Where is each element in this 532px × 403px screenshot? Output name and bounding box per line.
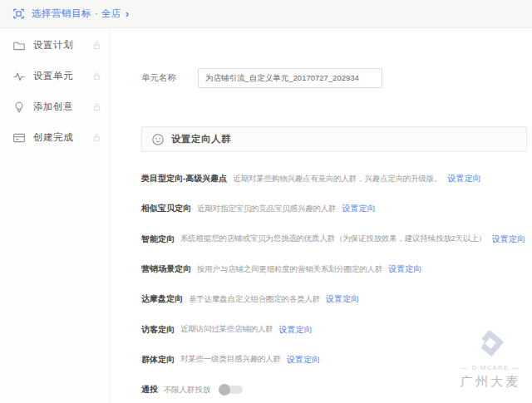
- set-targeting-link[interactable]: 设置定向: [279, 324, 313, 336]
- targeting-name: 营销场景定向: [141, 263, 191, 275]
- set-targeting-link[interactable]: 设置定向: [388, 263, 421, 275]
- topbar: 选择营销目标 · 全店 ›: [0, 0, 532, 28]
- unit-name-input[interactable]: [198, 68, 382, 88]
- marketing-goal-icon: [12, 7, 25, 20]
- set-targeting-link[interactable]: 设置定向: [342, 203, 375, 214]
- set-targeting-link[interactable]: 设置定向: [326, 293, 359, 305]
- set-targeting-link[interactable]: 设置定向: [287, 354, 320, 366]
- targeting-name: 访客定向: [141, 324, 175, 336]
- lock-icon: [92, 71, 101, 81]
- targeting-desc: 基于达摩盘自定义组合圈定的各类人群: [189, 294, 320, 305]
- sidebar-item-label: 设置计划: [33, 39, 92, 52]
- targeting-desc: 近期访问过某些店铺的人群: [180, 324, 273, 335]
- audience-toggle-off[interactable]: [219, 386, 243, 394]
- page: 选择营销目标 · 全店 › 设置计划 设置单元: [0, 0, 532, 403]
- set-targeting-link[interactable]: 设置定向: [492, 233, 525, 245]
- sidebar: 设置计划 设置单元 添加创意: [0, 29, 111, 403]
- targeting-name: 通投: [141, 384, 158, 396]
- audience-icon: [151, 133, 165, 146]
- selected-marketing-goal[interactable]: 选择营销目标 · 全店: [32, 7, 121, 20]
- targeting-name: 智能定向: [141, 233, 175, 245]
- targeting-row: 达摩盘定向 基于达摩盘自定义组合圈定的各类人群 设置定向: [141, 284, 530, 314]
- targeting-row: 智能定向 系统根据您的店铺或宝贝为您挑选的优质人群（为保证投放效果，建议持续投放…: [141, 224, 530, 254]
- unit-name-row: 单元名称: [141, 68, 382, 88]
- targeting-row: 类目型定向-高级兴趣点 近期对某些购物兴趣点有意向的人群，兴趣点定向的升级版。 …: [141, 164, 530, 194]
- targeting-desc: 近期对某些购物兴趣点有意向的人群，兴趣点定向的升级版。: [233, 174, 441, 184]
- unit-name-label: 单元名称: [141, 72, 176, 84]
- targeting-desc: 按用户与店铺之间更细粒度的营销关系划分圈定的人群: [197, 264, 382, 275]
- watermark-brand: 广州大麦: [461, 374, 520, 390]
- sidebar-item-label: 创建完成: [33, 131, 92, 144]
- sidebar-item[interactable]: 创建完成: [0, 122, 110, 153]
- sidebar-item[interactable]: 设置计划: [0, 30, 110, 61]
- sidebar-item-label: 设置单元: [33, 70, 92, 82]
- pulse-icon: [12, 70, 26, 83]
- sidebar-item-label: 添加创意: [33, 101, 92, 113]
- lock-icon: [92, 102, 101, 111]
- lock-icon: [92, 133, 101, 142]
- targeting-desc: 对某些一级类目感兴趣的人群: [180, 354, 281, 365]
- chevron-right-icon[interactable]: ›: [126, 8, 129, 19]
- targeting-section-header: 设置定向人群: [141, 126, 527, 152]
- targeting-name: 群体定向: [141, 354, 175, 366]
- targeting-desc: 系统根据您的店铺或宝贝为您挑选的优质人群（为保证投放效果，建议持续投放2天以上）: [180, 233, 486, 244]
- targeting-row: 相似宝贝定向 近期对指定宝贝的竞品宝贝感兴趣的人群 设置定向: [141, 194, 530, 224]
- watermark-line: — D MCARE —: [461, 364, 520, 371]
- targeting-name: 达摩盘定向: [141, 293, 183, 305]
- folder-icon: [12, 39, 26, 52]
- toggle-knob: [219, 384, 230, 396]
- section-title: 设置定向人群: [171, 133, 231, 145]
- targeting-row: 营销场景定向 按用户与店铺之间更细粒度的营销关系划分圈定的人群 设置定向: [141, 254, 530, 284]
- targeting-desc: 近期对指定宝贝的竞品宝贝感兴趣的人群: [197, 204, 336, 214]
- set-targeting-link[interactable]: 设置定向: [447, 173, 480, 184]
- targeting-desc: 不限人群投放: [164, 385, 210, 396]
- targeting-name: 相似宝贝定向: [141, 203, 191, 214]
- card-icon: [12, 131, 26, 145]
- bulb-icon: [12, 101, 26, 114]
- dmcare-logo-icon: [471, 324, 510, 362]
- sidebar-item[interactable]: 设置单元: [0, 61, 110, 91]
- sidebar-item[interactable]: 添加创意: [0, 91, 110, 122]
- lock-icon: [92, 41, 101, 50]
- watermark: — D MCARE — 广州大麦: [461, 324, 520, 390]
- targeting-name: 类目型定向-高级兴趣点: [141, 173, 227, 184]
